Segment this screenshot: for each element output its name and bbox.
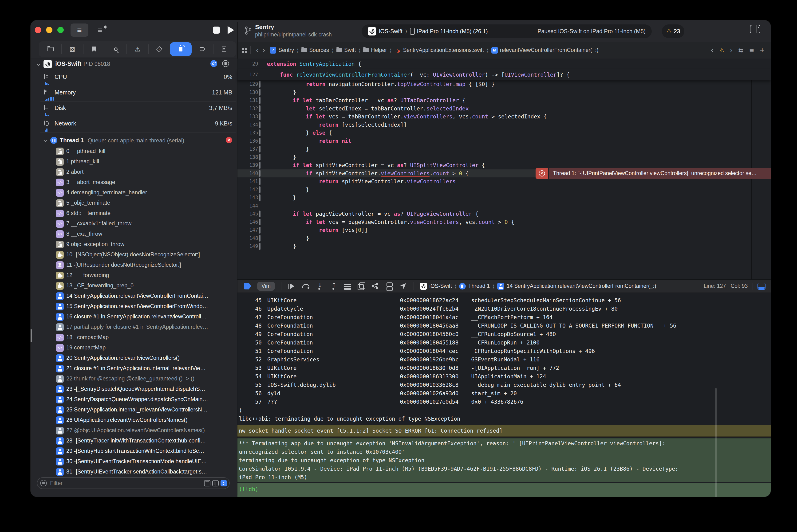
sticky-scope-line[interactable]: 127 func relevantViewControllerFromConta… xyxy=(238,69,771,80)
console-toggle-icon[interactable] xyxy=(758,283,765,290)
error-annotation[interactable]: × Thread 1: "-[UIPrintPanelViewControlle… xyxy=(536,168,771,179)
code-line[interactable]: 138 } xyxy=(238,153,771,162)
tab-source-control[interactable]: ⊠ xyxy=(66,42,79,56)
minimize-button[interactable] xyxy=(46,27,52,33)
code-line[interactable]: 137 } xyxy=(238,145,771,153)
thread-row[interactable]: Thread 1 Queue: com.apple.main-thread (s… xyxy=(31,135,238,146)
crashed-only-toggle-icon[interactable] xyxy=(221,480,227,487)
pane-resize-handle[interactable] xyxy=(31,329,32,342)
disclosure-chevron-icon[interactable] xyxy=(44,138,48,142)
stack-frame-row[interactable]: 20 SentryApplication.relevantviewControl… xyxy=(31,353,238,363)
stack-frame-row[interactable]: 7 __cxxabiv1::failed_throw xyxy=(31,219,238,229)
tab-debug-selected[interactable] xyxy=(170,42,191,56)
zoom-button[interactable] xyxy=(57,27,64,33)
tab-files[interactable] xyxy=(44,42,57,56)
process-row[interactable]: iOS-Swift PID 98018 xyxy=(31,58,238,71)
stack-frame-row[interactable]: 28 -[SentryTracer initWithTransactionCon… xyxy=(31,436,238,446)
flatten-toggle-icon[interactable] xyxy=(204,480,210,487)
code-line[interactable]: 135 } else { xyxy=(238,129,771,137)
console-scrollbar[interactable] xyxy=(715,388,717,497)
close-button[interactable] xyxy=(35,27,41,33)
stack-frame-row[interactable]: 4 demangling_terminate_handler xyxy=(31,188,238,198)
code-line[interactable]: 145 if let pageViewController = vc as? U… xyxy=(238,210,771,218)
code-line[interactable]: 136 return nil xyxy=(238,137,771,145)
stack-frame-row[interactable]: 10 -[NSObject(NSObject) doesNotRecognize… xyxy=(31,250,238,260)
memory-ring-icon[interactable] xyxy=(222,60,229,67)
step-over-button[interactable] xyxy=(302,282,310,290)
stack-frame-row[interactable]: 8 __cxa_throw xyxy=(31,229,238,240)
memory-graph-button[interactable] xyxy=(357,282,365,290)
gauge-row[interactable]: Disk 3,7 MB/s xyxy=(31,102,238,117)
navigator-toggle-button[interactable]: ≡ xyxy=(71,23,88,37)
stack-frame-row[interactable]: 19 compactMap xyxy=(31,343,238,353)
stack-frame-row[interactable]: 6 std::__terminate xyxy=(31,208,238,219)
editor-options-icon[interactable]: ≡ xyxy=(749,47,754,54)
breadcrumb-item[interactable]: ↗ M Sentry xyxy=(270,47,301,54)
breadcrumb-item[interactable]: ↗ M Helper xyxy=(363,47,394,53)
view-hierarchy-button[interactable] xyxy=(344,284,351,290)
step-out-button[interactable] xyxy=(330,282,338,290)
stack-frame-row[interactable]: 12 ___forwarding___ xyxy=(31,270,238,281)
stack-frame-row[interactable]: 13 _CF_forwarding_prep_0 xyxy=(31,281,238,291)
code-line[interactable]: 133 if let vcs = tabBarController.viewCo… xyxy=(238,113,771,121)
breadcrumb-item[interactable]: ↗ M Swift xyxy=(336,47,363,53)
tab-reports[interactable] xyxy=(218,42,230,56)
tab-search[interactable] xyxy=(109,42,123,56)
code-line[interactable]: 129 return navigationController.topViewC… xyxy=(238,80,771,88)
debug-breadcrumb-item[interactable]: Thread 1 xyxy=(459,283,497,289)
tab-issues[interactable]: ⚠ xyxy=(131,42,144,56)
stack-frame-row[interactable]: 23 -[_SentryDispatchQueueWrapperInternal… xyxy=(31,384,238,395)
disclosure-chevron-icon[interactable] xyxy=(37,62,40,66)
stack-frame-row[interactable]: 5 _objc_terminate xyxy=(31,198,238,208)
stack-frame-row[interactable]: 30 -[SentryUIEventTrackerTransactionMode… xyxy=(31,457,238,467)
stack-frame-row[interactable]: 29 -[SentryHub startTransactionWithConte… xyxy=(31,446,238,457)
scheme-name[interactable]: iOS-Swift xyxy=(379,28,403,35)
prev-issue-button[interactable]: ‹ xyxy=(711,46,713,54)
code-line[interactable]: 144 xyxy=(238,202,771,210)
environment-overrides-button[interactable] xyxy=(385,282,393,290)
lldb-prompt[interactable]: (lldb) xyxy=(238,483,771,497)
destination-name[interactable]: iPad Pro 11-inch (M5) (26.1) xyxy=(417,28,488,35)
stack-frame-row[interactable]: 1 pthread_kill xyxy=(31,157,238,167)
sticky-scope-line[interactable]: 29 extension SentryApplication { xyxy=(238,58,771,69)
code-line[interactable]: 134 return [vcs[selectedIndex]] xyxy=(238,121,771,129)
code-line[interactable]: 132 let selectedIndex = tabBarController… xyxy=(238,104,771,113)
debug-graph-button[interactable] xyxy=(371,282,379,290)
next-issue-button[interactable]: › xyxy=(730,46,733,54)
stack-frame-row[interactable]: 11 -[UIResponder doesNotRecognizeSelecto… xyxy=(31,260,238,270)
code-line[interactable]: 130 } xyxy=(238,88,771,97)
gauge-row[interactable]: CPU 0% xyxy=(31,71,238,86)
debug-console[interactable]: 45 UIKitCore 0x000000018622ac24scheduler… xyxy=(238,293,771,497)
stack-frame-row[interactable]: 25 SentryApplication.internal_relevantVi… xyxy=(31,405,238,415)
tab-breakpoints[interactable] xyxy=(196,42,209,56)
swap-editor-icon[interactable]: ⇆ xyxy=(739,47,744,54)
code-line[interactable]: 140 if splitViewController.viewControlle… xyxy=(238,169,771,178)
breadcrumb-item[interactable]: ↗ M relevantViewControllerFromContainer(… xyxy=(492,47,598,54)
stack-frame-row[interactable]: 3 __abort_message xyxy=(31,177,238,188)
stack-frame-row[interactable]: 2 abort xyxy=(31,167,238,177)
stack-frame-row[interactable]: 17 partial apply for closure #1 in Sentr… xyxy=(31,322,238,332)
stop-button[interactable] xyxy=(213,26,220,34)
stack-frame-row[interactable]: 21 closure #1 in SentryApplication.inter… xyxy=(31,363,238,374)
forward-button[interactable]: › xyxy=(262,46,265,55)
stack-frame-row[interactable]: 24 SentryDispatchQueueWrapper.dispatchSy… xyxy=(31,395,238,405)
code-line[interactable]: 146 if let vcs = pageViewController.view… xyxy=(238,218,771,226)
vim-mode-badge[interactable]: Vim xyxy=(257,282,275,291)
stack-frame-row[interactable]: 15 SentryApplication.relevantViewControl… xyxy=(31,302,238,312)
code-line[interactable]: 142 } xyxy=(238,186,771,194)
related-items-icon[interactable] xyxy=(242,48,247,53)
append-list-icon[interactable]: ≡ xyxy=(93,23,108,37)
code-line[interactable]: 149 } xyxy=(238,242,771,250)
breadcrumb-item[interactable]: ↗ M Sources xyxy=(301,47,336,53)
tab-tests[interactable] xyxy=(153,42,166,56)
tab-bookmarks[interactable] xyxy=(88,42,100,56)
back-button[interactable]: ‹ xyxy=(256,46,259,55)
breakpoints-toggle-icon[interactable] xyxy=(244,283,251,289)
navigator-filter-input[interactable]: Filter xyxy=(37,477,230,489)
code-line[interactable]: 147 return [vcs[0]] xyxy=(238,226,771,234)
stack-frame-row[interactable]: 26 UIApplication.relevantViewControllers… xyxy=(31,415,238,425)
debug-breadcrumb-item[interactable]: 14 SentryApplication.relevantViewControl… xyxy=(497,283,656,290)
add-editor-button[interactable]: + xyxy=(760,45,764,55)
issue-warning-icon[interactable]: ⚠ xyxy=(719,47,724,54)
debug-breadcrumb-item[interactable]: iOS-Swift xyxy=(420,283,459,290)
